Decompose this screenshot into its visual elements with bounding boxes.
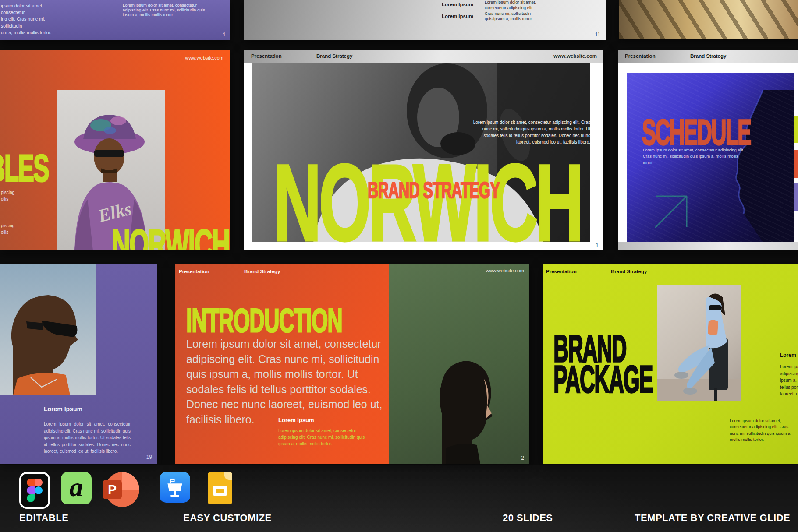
slide-thumbnail-schedule[interactable]: Presentation Brand Strategy SCHEDULE Lor… [618, 50, 798, 250]
template-preview-stage: ipsum dolor sit amet, consectetur ing el… [0, 0, 798, 532]
google-slides-fold [224, 472, 232, 480]
schedule-body-text: Lorem ipsum dolor sit amet, consectetur … [643, 147, 748, 166]
label-easy-customize: EASY CUSTOMIZE [183, 512, 272, 524]
introduction-body-text: Lorem ipsum dolor sit amet, consectetur … [186, 336, 389, 427]
header-brand-strategy: Brand Strategy [690, 53, 726, 59]
website-url: www.website.com [185, 55, 223, 60]
header-brand-strategy: Brand Strategy [244, 269, 280, 274]
header-presentation: Presentation [625, 53, 656, 59]
slide4-text-column-2: Lorem ipsum dolor sit amet, consectetur … [123, 3, 210, 17]
label-template-by: TEMPLATE BY CREATIVE GLIDE [635, 512, 790, 524]
slide-thumbnail-cover[interactable]: Presentation Brand Strategy www.website.… [244, 50, 603, 250]
accent-block-orange [794, 150, 798, 178]
lorem-label: Lorem Ipsum [442, 14, 473, 19]
powerpoint-icon: P [103, 472, 139, 507]
photo-woman-blue-suit [657, 285, 741, 401]
keynote-glyph [163, 476, 186, 499]
affinity-letter: a [70, 473, 83, 500]
header-presentation: Presentation [251, 53, 282, 59]
schedule-title: SCHEDULE [642, 116, 751, 150]
header-brand-strategy: Brand Strategy [316, 53, 352, 59]
accent-block-purple [794, 183, 798, 211]
text-line: piscing [1, 222, 32, 229]
page-number: 4 [222, 32, 225, 38]
label-editable: EDITABLE [19, 512, 68, 524]
introduction-note-text: Lorem ipsum dolor sit amet, consectetur … [278, 427, 368, 447]
introduction-title: INTRODUCTION [186, 305, 342, 337]
header-presentation: Presentation [179, 269, 209, 274]
blue-suit-illustration [657, 285, 741, 401]
slide11-body-text: Lorem ipsum dolor sit amet, consectetur … [485, 0, 537, 22]
text-line: ing elit. Cras nunc mi, sollicitudin [1, 16, 60, 29]
text-line: ollis [1, 196, 32, 202]
arrow-up-right-icon [655, 196, 687, 228]
accent-block-lime [794, 116, 798, 143]
figma-logo [27, 479, 43, 502]
profile-body-text: Lorem ipsum dolor sit amet, consectetur … [44, 421, 131, 455]
edge-text-fragment: piscing ollis [1, 189, 32, 202]
text-line: adipiscing [780, 370, 798, 377]
slide4-text-column-1: ipsum dolor sit amet, consectetur ing el… [1, 3, 60, 36]
slide-thumbnail-4[interactable]: ipsum dolor sit amet, consectetur ing el… [0, 0, 230, 40]
slide-header-band: Presentation Brand Strategy www.website.… [244, 50, 603, 63]
deliverables-brand-word: NORWICH [112, 224, 229, 250]
cover-subtitle: BRAND STRATEGY [368, 180, 500, 201]
edge-text-fragment: piscing ollis [1, 222, 32, 236]
text-line: laoreet, eui [780, 391, 798, 398]
header-brand-strategy: Brand Strategy [611, 269, 647, 274]
slide-header-band: Presentation Brand Strategy [618, 50, 798, 63]
deliverables-title-fragment: BLES [0, 150, 49, 187]
lorem-label: Lorem Ipsum [442, 2, 473, 7]
page-number: 11 [595, 32, 600, 38]
page-number: 1 [596, 242, 599, 248]
slide-thumbnail-brand-package[interactable]: Presentation Brand Strategy BRAND PACKAG… [543, 264, 798, 464]
figma-icon [19, 472, 50, 509]
powerpoint-letter: P [108, 482, 117, 497]
photo-man-sunglasses [0, 264, 96, 395]
affinity-icon: a [61, 472, 92, 504]
text-line: ollis [1, 229, 32, 236]
lorem-label: Lorem Ipsum [278, 417, 314, 423]
brand-package-title-line2: PACKAGE [553, 362, 653, 398]
keynote-icon [160, 472, 190, 503]
sunglasses-man-illustration [0, 264, 96, 395]
brand-package-side-text: Lorem ips adipiscing ipsum a, m tellus p… [780, 363, 798, 398]
google-slides-icon [208, 472, 232, 504]
slide-thumbnail-deliverables[interactable]: www.website.com BLES piscing ollis pisci… [0, 50, 230, 250]
text-line: ipsum dolor sit amet, consectetur [1, 3, 60, 16]
website-url: www.website.com [486, 268, 524, 273]
green-portrait-illustration [389, 264, 529, 464]
label-slides-count: 20 SLIDES [503, 512, 553, 524]
slide-thumbnail-19[interactable]: Lorem Ipsum Lorem ipsum dolor sit amet, … [0, 264, 157, 464]
text-line: Lorem ips [780, 363, 798, 370]
text-line: um a, mollis mollis tortor. [1, 29, 60, 36]
photo-woman-green: www.website.com 2 [389, 264, 529, 464]
brand-package-note-text: Lorem ipsum dolor sit amet, consectetur … [730, 418, 796, 443]
slide-thumbnail-11[interactable]: Lorem Ipsum Lorem Ipsum Lorem ipsum dolo… [244, 0, 606, 40]
text-line: piscing [1, 189, 32, 196]
powerpoint-letter-chip: P [103, 480, 122, 499]
page-number: 19 [146, 454, 152, 460]
slide-thumbnail-photo-tracks[interactable] [619, 0, 798, 39]
lorem-label: Lorem Ipsum [44, 405, 82, 412]
website-url: www.website.com [553, 53, 597, 59]
page-number: 2 [521, 455, 524, 461]
slide-footer-band [618, 242, 798, 250]
google-slides-frame-inner [216, 489, 224, 493]
slide-thumbnail-introduction[interactable]: Presentation Brand Strategy INTRODUCTION… [175, 264, 529, 464]
lorem-label: Lorem Ips [780, 352, 798, 358]
text-line: ipsum a, m [780, 377, 798, 384]
text-line: tellus por [780, 384, 798, 391]
header-presentation: Presentation [546, 269, 577, 274]
